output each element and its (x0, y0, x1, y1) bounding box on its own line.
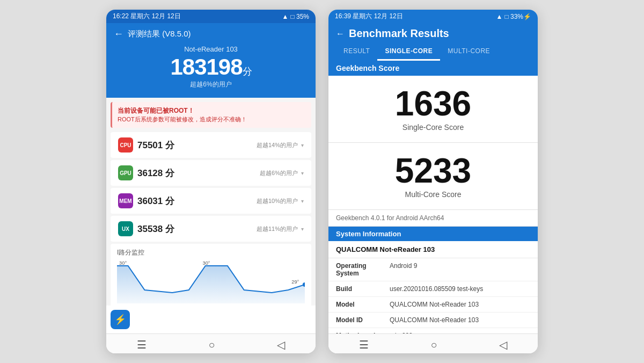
geek-title: Benchmark Results (349, 27, 449, 40)
geek-nav-home-icon[interactable]: ○ (430, 339, 437, 351)
sysinfo-row-os: Operating System Android 9 (328, 258, 538, 281)
geek-multi-score: 5233 (336, 154, 530, 188)
mem-chevron-icon: ▾ (301, 198, 304, 204)
geek-header: ← Benchmark Results RESULT SINGLE-CORE M… (328, 23, 538, 61)
antutu-lightning-icon[interactable]: ⚡ (111, 310, 130, 329)
antutu-body: 当前设备可能已被ROOT！ ROOT后系统参数可能被修改，造成评分不准确！ CP… (106, 98, 316, 306)
sysinfo-row-mb: Motherboard sdm660 (328, 328, 538, 333)
ux-chevron-icon: ▾ (301, 226, 304, 232)
antutu-status-bar: 16:22 星期六 12月 12日 ▲ □ 35% (106, 10, 316, 23)
antutu-nav-back-icon[interactable]: ◁ (277, 338, 285, 351)
cpu-badge: CPU (118, 137, 133, 153)
antutu-gpu-row[interactable]: GPU 36128 分 超越6%的用户 ▾ (111, 160, 311, 186)
svg-text:29°: 29° (291, 279, 299, 285)
antutu-phone: 16:22 星期六 12月 12日 ▲ □ 35% ← 评测结果 (V8.5.0… (106, 10, 316, 353)
antutu-ux-exceed: 超越11%的用户 (257, 225, 298, 233)
sysinfo-model-val: QUALCOMM Not-eReader 103 (390, 301, 530, 308)
geek-tabs: RESULT SINGLE-CORE MULTI-CORE (336, 43, 530, 61)
antutu-header-title: 评测结果 (V8.5.0) (128, 29, 191, 39)
sysinfo-modelid-val: QUALCOMM Not-eReader 103 (390, 316, 530, 324)
tab-single-core[interactable]: SINGLE-CORE (377, 43, 440, 61)
ux-badge: UX (118, 221, 133, 236)
antutu-total-score: 183198分 (114, 54, 308, 80)
tab-result[interactable]: RESULT (336, 43, 377, 61)
sysinfo-os-key: Operating System (336, 262, 390, 277)
antutu-mem-row[interactable]: MEM 36031 分 超越10%的用户 ▾ (111, 188, 311, 214)
geek-multi-score-block: 5233 Multi-Core Score (328, 143, 538, 210)
geek-status-time: 16:39 星期六 12月 12日 (335, 12, 403, 21)
antutu-cpu-exceed: 超越14%的用户 (257, 141, 298, 149)
geekbench-phone: 16:39 星期六 12月 12日 ▲ □ 33%⚡ ← Benchmark R… (328, 10, 538, 353)
sysinfo-row-model: Model QUALCOMM Not-eReader 103 (328, 297, 538, 313)
antutu-cpu-score: 75501 分 (137, 139, 174, 151)
antutu-device-name: Not-eReader 103 (114, 45, 308, 53)
antutu-nav-bar: ☰ ○ ◁ (106, 333, 316, 353)
sysinfo-row-build: Build user.20201016.085509 test-keys (328, 281, 538, 297)
tab-multi-core[interactable]: MULTI-CORE (440, 43, 497, 61)
geek-body: Geekbench Score 1636 Single-Core Score 5… (328, 61, 538, 333)
geek-back-button[interactable]: ← (336, 29, 345, 39)
temp-chart-svg: 30° 30° 29° (117, 260, 305, 303)
antutu-warning-title: 当前设备可能已被ROOT！ (118, 106, 306, 115)
antutu-header: ← 评测结果 (V8.5.0) Not-eReader 103 183198分 … (106, 23, 316, 98)
antutu-exceed-text: 超越6%的用户 (114, 80, 308, 89)
geek-nav: ← Benchmark Results (336, 27, 530, 40)
wifi-icon: ▲ (282, 13, 289, 20)
geek-wifi-icon: ▲ (496, 13, 503, 20)
antutu-temp-title: I路分监控 (117, 248, 305, 257)
geek-nav-bar: ☰ ○ ◁ (328, 333, 538, 353)
svg-text:30°: 30° (203, 260, 210, 266)
svg-text:30°: 30° (119, 260, 127, 266)
sysinfo-row-modelid: Model ID QUALCOMM Not-eReader 103 (328, 313, 538, 328)
sysinfo-modelid-key: Model ID (336, 316, 390, 324)
geek-nav-menu-icon[interactable]: ☰ (359, 338, 369, 351)
antutu-mem-exceed: 超越10%的用户 (257, 197, 298, 205)
geek-version-text: Geekbench 4.0.1 for Android AArch64 (328, 210, 538, 227)
antutu-cpu-row[interactable]: CPU 75501 分 超越14%的用户 ▾ (111, 132, 311, 158)
geek-status-right: ▲ □ 33%⚡ (496, 13, 532, 20)
sysinfo-model-key: Model (336, 301, 390, 308)
sysinfo-header: System Information (328, 227, 538, 241)
battery-icon: □ 35% (290, 13, 309, 20)
sysinfo-build-key: Build (336, 285, 390, 293)
cpu-chevron-icon: ▾ (301, 142, 304, 148)
antutu-bottom-bar: ⚡ (106, 306, 316, 333)
geek-multi-label: Multi-Core Score (336, 190, 530, 199)
antutu-status-right: ▲ □ 35% (282, 13, 310, 20)
geek-single-label: Single-Core Score (336, 123, 530, 132)
antutu-gpu-score: 36128 分 (137, 167, 174, 179)
antutu-gpu-exceed: 超越6%的用户 (260, 169, 298, 177)
geek-status-bar: 16:39 星期六 12月 12日 ▲ □ 33%⚡ (328, 10, 538, 23)
gpu-badge: GPU (118, 165, 133, 180)
sysinfo-device-name: QUALCOMM Not-eReader 103 (328, 241, 538, 258)
geek-single-score-block: 1636 Single-Core Score (328, 76, 538, 143)
antutu-nav: ← 评测结果 (V8.5.0) (114, 28, 308, 40)
antutu-nav-menu-icon[interactable]: ☰ (137, 338, 147, 351)
antutu-nav-home-icon[interactable]: ○ (208, 339, 215, 351)
mem-badge: MEM (118, 193, 133, 208)
antutu-warning-body: ROOT后系统参数可能被修改，造成评分不准确！ (118, 115, 306, 124)
antutu-mem-score: 36031 分 (137, 195, 174, 207)
antutu-temp-chart: 30° 30° 29° (117, 260, 305, 303)
antutu-status-time: 16:22 星期六 12月 12日 (113, 12, 181, 21)
antutu-warning-box: 当前设备可能已被ROOT！ ROOT后系统参数可能被修改，造成评分不准确！ (111, 102, 311, 128)
geek-battery-icon: □ 33%⚡ (504, 13, 531, 20)
gpu-chevron-icon: ▾ (301, 170, 304, 176)
sysinfo-build-val: user.20201016.085509 test-keys (390, 285, 530, 293)
antutu-back-button[interactable]: ← (114, 28, 123, 40)
sysinfo-os-val: Android 9 (390, 262, 530, 277)
antutu-ux-score: 35538 分 (137, 223, 174, 235)
geek-single-score: 1636 (336, 86, 530, 121)
geek-score-section-header: Geekbench Score (328, 61, 538, 76)
antutu-ux-row[interactable]: UX 35538 分 超越11%的用户 ▾ (111, 216, 311, 242)
antutu-temp-section: I路分监控 30° 30° (111, 244, 311, 306)
geek-nav-back-icon[interactable]: ◁ (499, 338, 507, 351)
